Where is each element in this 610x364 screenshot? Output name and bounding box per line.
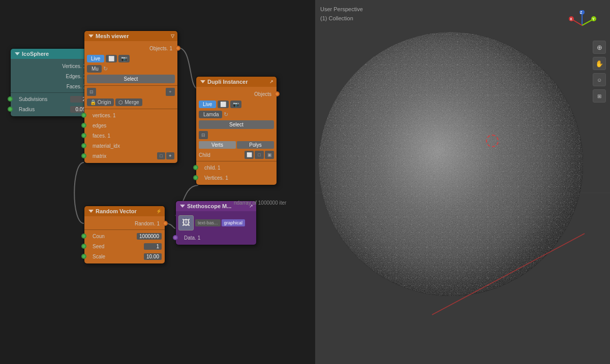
dupli-tabs: Verts Polys: [196, 140, 277, 150]
verts-tab[interactable]: Verts: [199, 141, 236, 149]
toolbar-zoom-btn[interactable]: ⊕: [593, 41, 606, 54]
child-icons: ⬜ □ ▣: [245, 151, 274, 159]
stethoscope-img-icon: 🖼: [182, 218, 190, 227]
dupli-pin: ↗: [269, 79, 273, 84]
mv-select-row: Select: [84, 74, 177, 84]
random-header: Random Vector ⚡: [84, 206, 165, 216]
vertices-row: Vertices. 1: [11, 61, 91, 71]
mv-objects-row: Objects. 1: [84, 43, 177, 53]
dupli-out-vertices: Vertices. 1: [196, 173, 277, 183]
node-editor: IcoSphere ✕ Vertices. 1 Edges. 1 Faces. …: [0, 0, 315, 364]
dupli-select-btn[interactable]: Select: [199, 120, 274, 129]
subdivisions-row[interactable]: Subdivisions 2: [11, 94, 91, 104]
stethoscope-body: 🖼 text-bas... graphical Data. 1: [176, 211, 256, 245]
radius-label: Radius: [14, 107, 70, 112]
dupli-triangle[interactable]: [200, 80, 205, 83]
dupli-refresh-btn[interactable]: ↻: [224, 111, 228, 118]
random-count-socket: [81, 234, 86, 239]
mv-out-edges-socket: [81, 123, 86, 128]
svg-text:Z: Z: [580, 11, 583, 14]
random-scale-value[interactable]: 10.00: [144, 253, 162, 260]
mv-out-matrix-socket: [81, 153, 86, 158]
mv-pin-icon: ▽: [171, 34, 174, 39]
mv-footer-icon1[interactable]: ⊟: [87, 88, 96, 96]
toolbar-grid-btn[interactable]: ⊞: [593, 89, 606, 103]
icosphere-body: Vertices. 1 Edges. 1 Faces. 1 Subdivisio…: [11, 59, 91, 116]
collapse-triangle-mv[interactable]: [88, 35, 94, 38]
mv-icon-btn2[interactable]: 📷: [118, 55, 130, 62]
dupli-header: Dupli Instancer ↗: [196, 77, 277, 87]
dupli-out-vertices-socket: [193, 175, 198, 180]
mv-footer-icons: ⊟ +: [84, 87, 177, 97]
child-label: Child: [199, 152, 243, 158]
faces-label: Faces. 1: [14, 84, 88, 89]
svg-line-7: [582, 19, 593, 25]
child-icon3[interactable]: ▣: [265, 151, 274, 159]
lock-icon: 🔒: [90, 100, 96, 105]
stethoscope-title: Stethoscope M...: [187, 203, 231, 209]
mv-out-matrix-label: matrix: [87, 153, 157, 159]
child-icon1[interactable]: ⬜: [245, 151, 254, 159]
random-count-label: Coun: [87, 234, 137, 239]
3d-sphere: [319, 32, 583, 296]
random-count-value[interactable]: 1000000: [137, 233, 162, 240]
mv-origin-row: 🔒 Origin ⬡ Merge: [84, 97, 177, 108]
mv-out-faces: faces. 1: [84, 130, 177, 141]
matrix-icon2[interactable]: ✦: [166, 152, 174, 159]
dupli-out-child: child. 1: [196, 162, 277, 173]
random-out-row: Random. 1: [84, 218, 165, 228]
sphere-container: [319, 32, 583, 296]
dupli-title: Dupli Instancer: [207, 79, 248, 85]
graphical-tab[interactable]: graphical: [222, 219, 246, 226]
mv-out-vertices: vertices. 1: [84, 110, 177, 120]
3d-viewport: User Perspective (1) Collection: [315, 0, 610, 364]
random-seed-socket: [81, 244, 86, 249]
polys-tab[interactable]: Polys: [237, 141, 274, 149]
random-triangle[interactable]: [88, 210, 94, 213]
stethoscope-triangle[interactable]: [180, 205, 185, 208]
lamda-text: Lamda: [203, 112, 219, 117]
mv-live-btn[interactable]: Live: [87, 55, 104, 62]
right-toolbar: ⊕ ✋ ☺ ⊞: [593, 41, 606, 103]
stethoscope-data-label: Data. 1: [179, 235, 253, 241]
mv-out-material-socket: [81, 143, 86, 148]
random-pin: ⚡: [156, 209, 162, 214]
merge-icon: ⬡: [118, 100, 123, 105]
dupli-objects-row: Objects: [196, 89, 277, 99]
mv-out-matrix: matrix □ ✦: [84, 151, 177, 161]
dupli-lamda-row: Lamda ↻: [196, 110, 277, 119]
random-seed-row[interactable]: Seed 1: [84, 241, 165, 251]
dupli-child-row: Child ⬜ □ ▣: [196, 150, 277, 160]
collapse-triangle[interactable]: [15, 52, 20, 55]
mv-select-btn[interactable]: Select: [87, 75, 175, 83]
dupli-objects-label: Objects: [199, 91, 273, 97]
faces-row: Faces. 1: [11, 81, 91, 91]
text-based-tab[interactable]: text-bas...: [195, 219, 221, 226]
mv-merge-btn[interactable]: ⬡ Merge: [115, 98, 142, 106]
dupli-out-child-label: child. 1: [199, 165, 273, 171]
dupli-icon1[interactable]: ⬜: [218, 101, 229, 108]
toolbar-pan-btn[interactable]: ✋: [593, 57, 606, 70]
dupli-out-child-socket: [193, 165, 198, 170]
child-icon2[interactable]: □: [255, 151, 264, 159]
toolbar-rotate-btn[interactable]: ☺: [593, 73, 606, 86]
random-scale-row[interactable]: Scale 10.00: [84, 251, 165, 261]
random-title: Random Vector: [96, 208, 137, 214]
dupli-icon2[interactable]: 📷: [230, 101, 241, 108]
mv-refresh-btn[interactable]: ↻: [103, 65, 108, 72]
dupli-live-btn[interactable]: Live: [199, 101, 216, 108]
random-seed-value[interactable]: 1: [144, 243, 162, 250]
mv-icon-btn1[interactable]: ⬜: [106, 55, 117, 62]
sphere-noise: [319, 32, 583, 296]
mv-footer-icon2[interactable]: +: [166, 88, 175, 96]
mv-out-edges: edges: [84, 120, 177, 130]
mv-origin-btn[interactable]: 🔒 Origin: [87, 98, 114, 106]
dupli-footer-icon[interactable]: ⊟: [199, 131, 208, 139]
radius-row[interactable]: Radius 0.05: [11, 104, 91, 114]
matrix-icon1[interactable]: □: [157, 152, 165, 159]
dupli-body: Objects Live ⬜ 📷 Lamda ↻ Select ⊟: [196, 87, 277, 185]
icosphere-node: IcoSphere ✕ Vertices. 1 Edges. 1 Faces. …: [10, 48, 92, 117]
svg-text:Y: Y: [592, 17, 595, 21]
random-count-row[interactable]: Coun 1000000: [84, 231, 165, 241]
mv-out-vertices-label: vertices. 1: [87, 113, 174, 118]
